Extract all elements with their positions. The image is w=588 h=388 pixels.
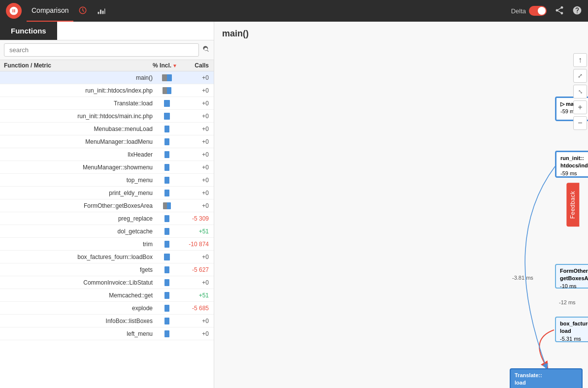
col-pct-incl[interactable]: % Incl. ▼ (125, 62, 179, 69)
row-bar-container (155, 241, 179, 248)
graph-node-formOther[interactable]: FormOther:: getBoxesArea -10 ms (555, 264, 588, 289)
table-row[interactable]: top_menu+0 (0, 174, 214, 187)
row-bar-container (155, 151, 179, 158)
functions-tab-button[interactable]: Functions (0, 22, 57, 40)
toggle-knob (538, 7, 546, 15)
row-function-name: left_menu (0, 330, 155, 337)
row-calls: +0 (179, 202, 214, 209)
row-function-name: MenuManager::loadMenu (0, 138, 155, 145)
row-bar-container (155, 164, 179, 171)
search-input[interactable] (4, 43, 199, 57)
tab-comparison[interactable]: Comparison (27, 0, 73, 22)
table-row[interactable]: Menubase::menuLoad+0 (0, 123, 214, 135)
graph-area[interactable]: -59 ms -31 ms -10 ms -3.81 ms -5.31 ms -… (214, 43, 588, 388)
table-row[interactable]: fgets-5 627 (0, 263, 214, 276)
row-calls: +0 (179, 126, 214, 132)
scroll-up-button[interactable]: ↑ (573, 53, 587, 67)
table-row[interactable]: Translate::load+0 (0, 97, 214, 110)
row-function-name: Memcached::get (0, 292, 155, 299)
row-bar-container (155, 228, 179, 235)
table-row[interactable]: MenuManager::loadMenu+0 (0, 135, 214, 148)
fit-icon[interactable]: ⤡ (573, 85, 587, 98)
table-row[interactable]: InfoBox::listBoxes+0 (0, 315, 214, 327)
delta-toggle[interactable]: Delta (511, 6, 547, 16)
table-row[interactable]: Memcached::get+51 (0, 289, 214, 302)
row-function-name: InfoBox::listBoxes (0, 318, 155, 324)
tab-flamegraph[interactable] (92, 0, 111, 22)
delta-label: Delta (511, 7, 526, 15)
col-calls: Calls (179, 62, 214, 69)
search-button[interactable] (202, 45, 210, 55)
row-calls: -5 627 (179, 266, 214, 273)
svg-text:-12 ms: -12 ms (559, 299, 576, 305)
row-calls: +0 (179, 279, 214, 286)
table-row[interactable]: run_init::htdocs/main.inc.php+0 (0, 110, 214, 123)
comparison-label: Comparison (32, 6, 68, 14)
row-calls: +51 (179, 292, 214, 299)
table-row[interactable]: FormOther::getBoxesArea+0 (0, 199, 214, 212)
delta-switch[interactable] (529, 6, 547, 16)
share-icon[interactable] (555, 5, 564, 17)
row-calls: +0 (179, 164, 214, 171)
graph-node-box-factures[interactable]: box_factures_fourn:: load -5.31 ms (555, 317, 588, 342)
feedback-wrap: Feedback (567, 183, 580, 227)
row-function-name: main() (0, 74, 155, 81)
table-row[interactable]: left_menu+0 (0, 327, 214, 340)
clock-icon (78, 6, 87, 15)
row-bar-container (155, 113, 179, 120)
zoom-out-button[interactable]: − (573, 116, 587, 130)
row-calls: +0 (179, 190, 214, 196)
graph-svg: -59 ms -31 ms -10 ms -3.81 ms -5.31 ms -… (214, 43, 588, 388)
row-calls: +0 (179, 87, 214, 94)
row-function-name: FormOther::getBoxesArea (0, 202, 155, 209)
row-bar-container (155, 305, 179, 312)
graph-node-run-init-index[interactable]: run_init:: htdocs/index.php -59 ms (555, 151, 588, 178)
table-row[interactable]: MenuManager::showmenu+0 (0, 161, 214, 174)
table-header: Function / Metric % Incl. ▼ Calls (0, 60, 214, 71)
svg-rect-4 (104, 8, 105, 14)
table-row[interactable]: print_eldy_menu+0 (0, 187, 214, 199)
table-row[interactable]: explode-5 685 (0, 302, 214, 315)
app-logo (6, 3, 22, 19)
row-function-name: top_menu (0, 177, 155, 184)
row-function-name: llxHeader (0, 151, 155, 158)
graph-node-translate[interactable]: Translate:: load -56 ms (510, 368, 583, 388)
table-row[interactable]: run_init::htdocs/index.php+0 (0, 84, 214, 97)
row-bar-container (155, 74, 179, 81)
left-panel: Functions Function / Metric % Incl. ▼ Ca… (0, 22, 214, 388)
right-panel: main() (214, 22, 588, 388)
row-function-name: MenuManager::showmenu (0, 164, 155, 171)
row-bar-container (155, 215, 179, 222)
svg-text:-3.81 ms: -3.81 ms (512, 275, 533, 281)
row-calls: +0 (179, 138, 214, 145)
row-function-name: dol_getcache (0, 228, 155, 235)
row-calls: +51 (179, 228, 214, 235)
row-bar-container (155, 266, 179, 273)
function-table-body: main()+0run_init::htdocs/index.php+0Tran… (0, 71, 214, 388)
help-icon[interactable] (572, 5, 582, 17)
functions-tab-bar: Functions (0, 22, 214, 40)
row-function-name: Translate::load (0, 100, 155, 107)
row-bar-container (155, 202, 179, 209)
row-calls: +0 (179, 151, 214, 158)
table-row[interactable]: preg_replace-5 309 (0, 212, 214, 225)
table-row[interactable]: box_factures_fourn::loadBox+0 (0, 251, 214, 263)
expand-icon[interactable]: ⤢ (573, 69, 587, 83)
table-row[interactable]: dol_getcache+51 (0, 225, 214, 238)
row-bar-container (155, 330, 179, 337)
table-row[interactable]: llxHeader+0 (0, 148, 214, 161)
col-function-metric: Function / Metric (0, 62, 125, 69)
row-bar-container (155, 87, 179, 94)
row-calls: +0 (179, 330, 214, 337)
row-function-name: run_init::htdocs/index.php (0, 87, 155, 94)
svg-rect-2 (100, 10, 101, 14)
row-bar-container (155, 254, 179, 260)
tab-timeline[interactable] (73, 0, 92, 22)
table-row[interactable]: CommonInvoice::LibStatut+0 (0, 276, 214, 289)
flamegraph-icon (97, 6, 106, 15)
zoom-in-button[interactable]: + (573, 100, 587, 114)
feedback-button[interactable]: Feedback (567, 183, 580, 227)
sort-arrow-icon: ▼ (172, 63, 177, 68)
table-row[interactable]: trim-10 874 (0, 238, 214, 251)
table-row[interactable]: main()+0 (0, 71, 214, 84)
